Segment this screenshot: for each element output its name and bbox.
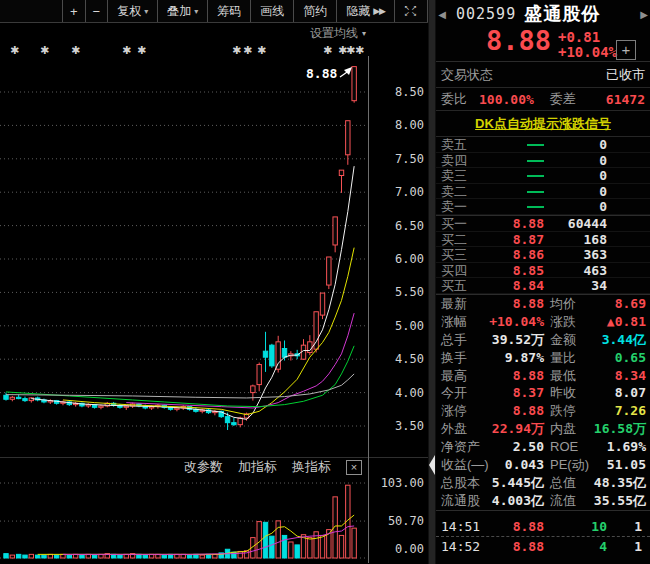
stat-label: 最高 [441, 367, 467, 385]
tick-price: 8.88 [513, 537, 544, 556]
stat-value: 8.37 [513, 384, 544, 402]
stat-value: 8.88 [513, 367, 544, 385]
stat-value: 2.50 [513, 438, 544, 456]
volume-bar [61, 554, 65, 558]
stat-value: 8.34 [615, 367, 646, 385]
price-axis-label: 7.00 [395, 185, 424, 199]
volume-bar [339, 535, 343, 558]
ask-level-label: 卖三 [441, 168, 467, 184]
ask-qty: 0 [599, 184, 607, 200]
price-axis-label: 6.00 [395, 252, 424, 266]
no-ask-dash [527, 160, 544, 162]
dk-signal-link[interactable]: DK点自动提示涨跌信号 [475, 115, 611, 133]
stat-row: 总手39.52万金额3.44亿 [436, 331, 650, 349]
volume-bar [67, 555, 71, 558]
stat-value: 8.88 [513, 295, 544, 313]
candle-body [339, 170, 343, 175]
no-ask-dash [527, 144, 544, 146]
price-axis-label: 6.50 [395, 219, 424, 233]
close-indicator-icon[interactable]: × [346, 460, 362, 475]
bid-price: 8.86 [513, 247, 544, 263]
stat-label: 流值 [550, 492, 576, 510]
volume-bar [143, 555, 147, 558]
ask-level-label: 卖二 [441, 184, 467, 200]
bid-level-label: 买五 [441, 278, 467, 294]
stat-label: 金额 [550, 331, 576, 349]
add-to-watchlist-button[interactable]: + [616, 40, 636, 60]
tick-row: 14:518.88101 [436, 517, 650, 536]
volume-bar [23, 555, 27, 558]
tick-count: 1 [634, 517, 642, 536]
stat-value: 16.58万 [594, 420, 646, 438]
prev-stock-arrow[interactable]: ◀ [436, 9, 448, 20]
volume-bar [282, 535, 286, 558]
candlestick-chart[interactable]: 8.508.007.507.006.506.005.505.004.504.00… [0, 0, 428, 564]
volume-bar [289, 542, 293, 558]
candle-body [257, 365, 261, 385]
candle-body [225, 417, 229, 423]
stock-terminal-window: +−复权▾叠加▾筹码画线简约隐藏▶▶↖↗↙↘ 设置均线 ▾ ✱✱✱✱✱✱✱✱✱✱… [0, 0, 650, 564]
stat-row: 最高8.88最低8.34 [436, 367, 650, 385]
stat-row: 涨停8.88跌停7.26 [436, 402, 650, 420]
stat-row: 换手9.87%量比0.65 [436, 349, 650, 367]
volume-bar [42, 555, 46, 558]
bid-row: 买一8.8860444 [436, 216, 650, 232]
stat-label: 换手 [441, 349, 467, 367]
add-indicator-link[interactable]: 加指标 [238, 458, 277, 476]
volume-bar [238, 551, 242, 558]
no-ask-dash [527, 175, 544, 177]
stat-label: 均价 [550, 295, 576, 313]
switch-indicator-link[interactable]: 换指标 [292, 458, 331, 476]
edit-params-link[interactable]: 改参数 [184, 458, 223, 476]
stat-value: 8.88 [513, 402, 544, 420]
tick-volume: 4 [599, 537, 607, 556]
volume-bar [118, 555, 122, 558]
volume-bar [206, 554, 210, 558]
tick-list: 14:518.8810114:528.8841 [436, 517, 650, 555]
no-ask-dash [527, 206, 544, 208]
volume-axis-label: 50.70 [388, 514, 424, 528]
volume-bar [308, 538, 312, 558]
stat-value: 5.445亿 [492, 474, 544, 492]
volume-bar [181, 554, 185, 558]
candle-body [10, 397, 14, 399]
candle-body [263, 351, 267, 357]
stat-value: 3.44亿 [602, 331, 646, 349]
stat-label: 跌停 [550, 402, 576, 420]
ask-row: 卖四0 [436, 153, 650, 169]
stat-value: 8.07 [615, 384, 646, 402]
volume-bar [137, 554, 141, 558]
bid-qty: 463 [584, 263, 607, 279]
volume-bar [124, 554, 128, 558]
ask-level-label: 卖一 [441, 199, 467, 215]
stat-label: 内盘 [550, 420, 576, 438]
ask-row: 卖三0 [436, 168, 650, 184]
stat-value: ▲0.81 [607, 313, 646, 331]
volume-bar [149, 554, 153, 558]
stats-grid: 最新8.88均价8.69涨幅+10.04%涨跌▲0.81总手39.52万金额3.… [436, 295, 650, 510]
stat-row: 流通股4.003亿流值35.55亿 [436, 492, 650, 510]
tick-row: 14:528.8841 [436, 536, 650, 555]
stat-label: 涨幅 [441, 313, 467, 331]
candle-body [346, 121, 350, 155]
ask-qty: 0 [599, 153, 607, 169]
stat-row: 外盘22.94万内盘16.58万 [436, 420, 650, 438]
stat-label: 涨停 [441, 402, 467, 420]
trade-status-label: 交易状态 [441, 66, 493, 84]
next-stock-arrow[interactable]: ▶ [638, 9, 650, 20]
volume-bar [213, 554, 217, 558]
ask-qty: 0 [599, 137, 607, 153]
price-axis-label: 8.50 [395, 85, 424, 99]
bid-level-label: 买一 [441, 216, 467, 232]
volume-bar [99, 554, 103, 558]
bid-row: 买三8.86363 [436, 247, 650, 263]
pane-splitter[interactable] [428, 0, 436, 564]
volume-bar [92, 555, 96, 558]
stat-label: 总手 [441, 331, 467, 349]
splitter-collapse-handle[interactable] [429, 455, 435, 475]
volume-bar [35, 555, 39, 558]
stat-label: 净资产 [441, 438, 480, 456]
stat-value: 35.55亿 [594, 492, 646, 510]
price-axis-label: 3.50 [395, 419, 424, 433]
tick-count: 1 [634, 537, 642, 556]
